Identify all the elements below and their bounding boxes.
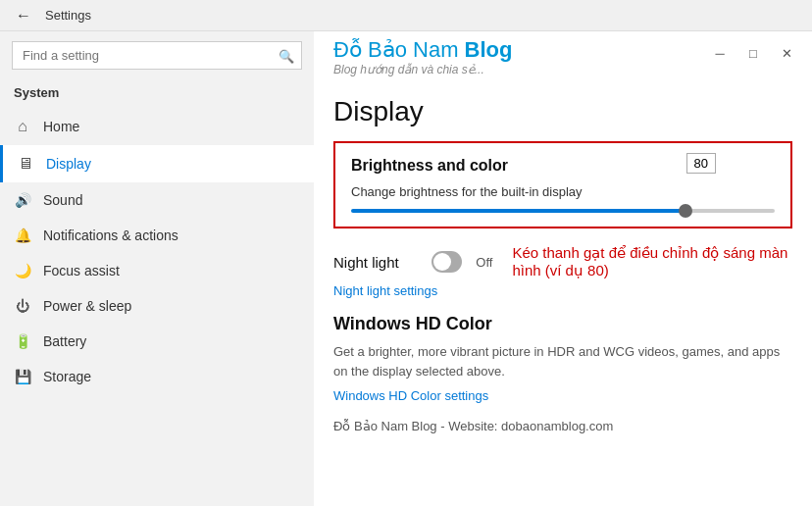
night-light-settings-link[interactable]: Night light settings: [333, 283, 792, 298]
sidebar-item-label-display: Display: [46, 156, 91, 172]
content-area: Đỗ Bảo Nam Blog Blog hướng dẫn và chia s…: [314, 31, 812, 506]
blog-title-bold: Blog: [465, 37, 513, 62]
search-input[interactable]: [12, 41, 302, 70]
sidebar-section-title: System: [0, 81, 314, 108]
blog-header: Đỗ Bảo Nam Blog Blog hướng dẫn và chia s…: [333, 37, 512, 76]
sidebar-item-display[interactable]: 🖥 Display: [0, 145, 314, 182]
display-icon: 🖥: [17, 155, 34, 173]
blog-subtitle: Blog hướng dẫn và chia sẻ...: [333, 63, 512, 76]
close-button[interactable]: ✕: [771, 41, 802, 65]
sidebar-item-label-storage: Storage: [43, 369, 91, 384]
brightness-desc: Change brightness for the built-in displ…: [351, 184, 775, 199]
focus-icon: 🌙: [14, 263, 31, 278]
night-light-row: Night light Off Kéo thanh gạt để điều ch…: [333, 244, 792, 279]
sidebar-item-battery[interactable]: 🔋 Battery: [0, 324, 314, 359]
titlebar: ← Settings: [0, 0, 812, 31]
sidebar-item-focus[interactable]: 🌙 Focus assist: [0, 253, 314, 288]
toggle-knob: [433, 253, 451, 271]
storage-icon: 💾: [14, 369, 31, 384]
sound-icon: 🔊: [14, 192, 31, 208]
battery-icon: 🔋: [14, 333, 31, 349]
blog-title-plain: Đỗ Bảo Nam: [333, 37, 465, 62]
hd-color-settings-link[interactable]: Windows HD Color settings: [333, 388, 792, 403]
sidebar-item-label-notifications: Notifications & actions: [43, 228, 178, 243]
night-light-state: Off: [476, 255, 492, 270]
brightness-box: Brightness and color 80 Change brightnes…: [333, 141, 792, 228]
minimize-icon: ─: [715, 46, 724, 61]
search-icon: 🔍: [279, 48, 294, 63]
minimize-button[interactable]: ─: [704, 41, 736, 65]
window-controls: ─ □ ✕: [704, 41, 802, 65]
sidebar-item-label-battery: Battery: [43, 333, 86, 349]
back-icon: ←: [16, 7, 31, 25]
sidebar-item-label-focus: Focus assist: [43, 263, 120, 278]
page-title: Display: [333, 96, 792, 127]
maximize-button[interactable]: □: [737, 41, 769, 65]
sidebar-item-storage[interactable]: 💾 Storage: [0, 359, 314, 394]
blog-watermark: Đỗ Bảo Nam Blog - Website: dobaonamblog.…: [333, 419, 792, 433]
brightness-value: 80: [686, 153, 716, 174]
brightness-slider-container: [351, 209, 775, 213]
sidebar-item-home[interactable]: ⌂ Home: [0, 108, 314, 145]
blog-title: Đỗ Bảo Nam Blog: [333, 37, 512, 63]
sidebar-item-sound[interactable]: 🔊 Sound: [0, 182, 314, 218]
hd-color-title: Windows HD Color: [333, 314, 792, 334]
night-light-label: Night light: [333, 254, 412, 271]
hd-color-desc: Get a brighter, more vibrant picture in …: [333, 342, 792, 380]
sidebar: 🔍 System ⌂ Home 🖥 Display 🔊 Sound 🔔 Noti…: [0, 31, 314, 506]
sidebar-item-notifications[interactable]: 🔔 Notifications & actions: [0, 218, 314, 253]
power-icon: ⏻: [14, 298, 31, 314]
blog-header-area: Đỗ Bảo Nam Blog Blog hướng dẫn và chia s…: [314, 31, 812, 80]
main-layout: 🔍 System ⌂ Home 🖥 Display 🔊 Sound 🔔 Noti…: [0, 31, 812, 506]
maximize-icon: □: [749, 46, 757, 61]
notifications-icon: 🔔: [14, 228, 31, 243]
night-light-toggle[interactable]: [431, 251, 462, 273]
sidebar-item-label-power: Power & sleep: [43, 298, 131, 314]
page-content: Display Brightness and color 80 Change b…: [314, 80, 812, 506]
close-icon: ✕: [782, 46, 792, 61]
brightness-title: Brightness and color: [351, 157, 508, 175]
back-button[interactable]: ←: [10, 2, 37, 29]
night-light-annotation: Kéo thanh gạt để điều chỉnh độ sáng màn …: [512, 244, 792, 279]
home-icon: ⌂: [14, 118, 31, 135]
titlebar-title: Settings: [45, 8, 91, 23]
sidebar-item-label: Home: [43, 119, 79, 134]
sidebar-search-container: 🔍: [12, 41, 302, 70]
sidebar-item-power[interactable]: ⏻ Power & sleep: [0, 288, 314, 324]
sidebar-item-label-sound: Sound: [43, 192, 82, 208]
